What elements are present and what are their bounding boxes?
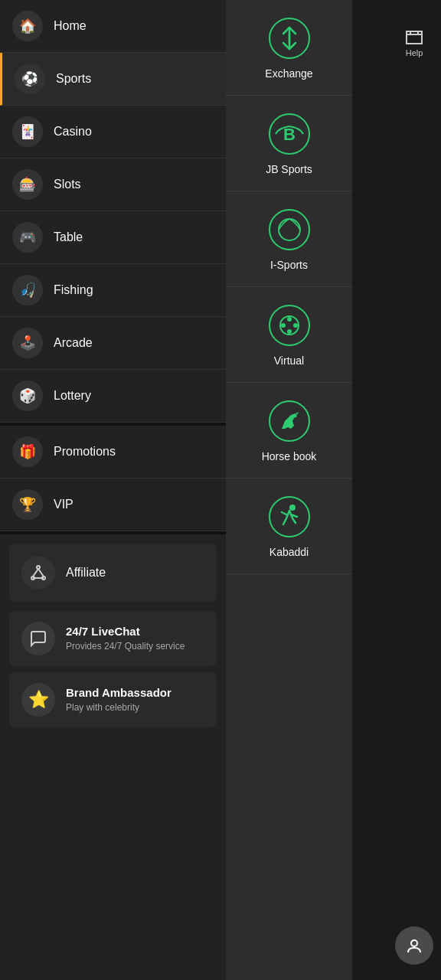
brand-ambassador-subtitle: Play with celebrity <box>66 701 172 714</box>
right-item-i-sports[interactable]: I-Sports <box>226 191 352 287</box>
jb-sports-icon: B <box>266 111 312 157</box>
sidebar-item-fishing[interactable]: 🎣 Fishing <box>0 264 226 317</box>
casino-icon: 🃏 <box>12 116 43 147</box>
virtual-label: Virtual <box>274 354 304 367</box>
svg-point-13 <box>270 305 309 345</box>
background-content: Help <box>352 0 441 980</box>
svg-point-17 <box>287 317 292 322</box>
promotions-icon: 🎁 <box>12 436 43 467</box>
help-button[interactable]: Help <box>395 23 433 61</box>
lottery-icon: 🎲 <box>12 381 43 411</box>
svg-point-20 <box>270 497 309 537</box>
sidebar-item-label: Slots <box>54 178 81 191</box>
sidebar: 🏠 Home ⚽ Sports 🃏 Casino 🎰 Slots 🎮 Table… <box>0 0 226 980</box>
brand-ambassador-text: Brand Ambassador Play with celebrity <box>66 686 172 714</box>
brand-ambassador-title: Brand Ambassador <box>66 686 172 699</box>
fishing-icon: 🎣 <box>12 275 43 305</box>
exchange-icon <box>266 15 312 61</box>
svg-point-18 <box>287 329 292 334</box>
right-item-jb-sports[interactable]: B JB Sports <box>226 96 352 191</box>
sidebar-item-label: Fishing <box>54 283 93 297</box>
affiliate-icon <box>21 556 55 590</box>
sidebar-item-label: Promotions <box>54 445 116 459</box>
livechat-icon <box>21 622 55 655</box>
sidebar-item-slots[interactable]: 🎰 Slots <box>0 158 226 211</box>
livechat-card[interactable]: 24/7 LiveChat Provides 24/7 Quality serv… <box>9 611 217 666</box>
svg-point-21 <box>289 505 296 511</box>
arcade-icon: 🕹️ <box>12 328 43 358</box>
livechat-subtitle: Provides 24/7 Quality service <box>66 640 185 653</box>
svg-point-15 <box>281 323 286 328</box>
svg-point-12 <box>279 219 300 240</box>
sidebar-item-label: Casino <box>54 125 92 139</box>
sidebar-item-casino[interactable]: 🃏 Casino <box>0 106 226 158</box>
sports-icon: ⚽ <box>15 64 45 94</box>
sidebar-item-label: Lottery <box>54 389 91 403</box>
vip-icon: 🏆 <box>12 489 43 520</box>
sidebar-item-lottery[interactable]: 🎲 Lottery <box>0 370 226 423</box>
svg-point-0 <box>37 566 40 569</box>
sidebar-item-label: Table <box>54 230 83 244</box>
brand-ambassador-icon: ⭐ <box>21 683 55 717</box>
virtual-icon <box>266 302 312 348</box>
table-icon: 🎮 <box>12 222 43 253</box>
sidebar-item-vip[interactable]: 🏆 VIP <box>0 479 226 531</box>
right-item-kabaddi[interactable]: Kabaddi <box>226 479 352 574</box>
livechat-title: 24/7 LiveChat <box>66 625 185 638</box>
sidebar-item-label: VIP <box>54 498 74 511</box>
i-sports-icon <box>266 207 312 253</box>
sidebar-item-promotions[interactable]: 🎁 Promotions <box>0 426 226 479</box>
login-button[interactable] <box>395 926 433 965</box>
horse-book-label: Horse book <box>262 450 317 462</box>
right-panel: Exchange B JB Sports I-Sports <box>226 0 352 980</box>
brand-ambassador-card[interactable]: ⭐ Brand Ambassador Play with celebrity <box>9 672 217 727</box>
sidebar-item-label: Home <box>54 19 87 33</box>
right-item-horse-book[interactable]: Horse book <box>226 383 352 479</box>
sidebar-item-home[interactable]: 🏠 Home <box>0 0 226 53</box>
right-item-exchange[interactable]: Exchange <box>226 0 352 96</box>
svg-point-11 <box>270 210 309 250</box>
svg-line-3 <box>33 569 38 577</box>
sidebar-item-label: Sports <box>56 72 91 86</box>
svg-point-25 <box>411 940 417 946</box>
home-icon: 🏠 <box>12 11 43 41</box>
jb-sports-label: JB Sports <box>266 163 312 175</box>
kabaddi-icon <box>266 494 312 540</box>
sidebar-item-table[interactable]: 🎮 Table <box>0 211 226 264</box>
sidebar-item-label: Arcade <box>54 336 93 350</box>
horse-book-icon <box>266 398 312 444</box>
i-sports-label: I-Sports <box>270 259 308 271</box>
svg-point-16 <box>293 323 298 328</box>
exchange-label: Exchange <box>265 67 312 80</box>
right-item-virtual[interactable]: Virtual <box>226 287 352 383</box>
svg-line-4 <box>38 569 44 577</box>
divider-2 <box>0 531 226 534</box>
sidebar-item-arcade[interactable]: 🕹️ Arcade <box>0 317 226 370</box>
kabaddi-label: Kabaddi <box>270 546 309 558</box>
sidebar-item-sports[interactable]: ⚽ Sports <box>0 53 226 106</box>
livechat-text: 24/7 LiveChat Provides 24/7 Quality serv… <box>66 625 185 653</box>
slots-icon: 🎰 <box>12 169 43 200</box>
affiliate-label: Affiliate <box>66 566 106 580</box>
affiliate-card[interactable]: Affiliate <box>9 544 217 602</box>
